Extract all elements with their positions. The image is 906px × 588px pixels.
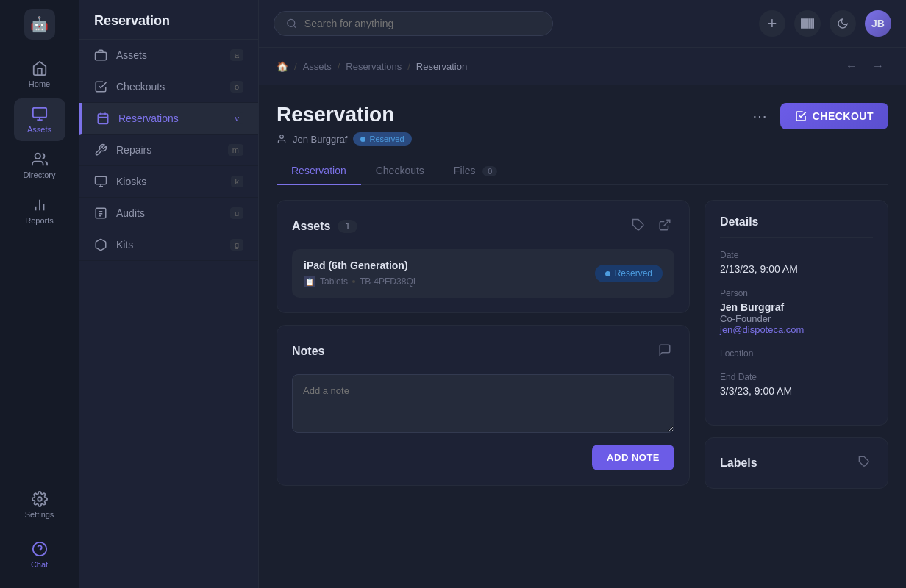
topbar-actions: + JB [759,10,891,37]
checkout-button-label: CHECKOUT [813,110,874,122]
svg-line-23 [293,26,296,28]
expand-icon [658,218,671,232]
checkout-button[interactable]: CHECKOUT [780,103,888,129]
checkout-icon [795,110,807,122]
breadcrumb-reservations[interactable]: Reservations [346,61,402,72]
sidebar-item-settings-label: Settings [25,510,54,519]
detail-location-row: Location [720,348,873,359]
breadcrumb-assets[interactable]: Assets [303,61,332,72]
breadcrumb: 🏠 / Assets / Reservations / Reservation … [259,48,906,85]
asset-item-details: iPad (6th Generation) 📋 Tablets TB-4PFD3… [304,259,415,287]
user-icon [277,134,287,144]
add-note-button[interactable]: ADD NOTE [592,445,674,470]
tag-icon [632,218,645,232]
add-note-icon [658,343,671,356]
sidebar-item-directory-label: Directory [23,171,55,179]
assets-card-title-group: Assets 1 [292,220,357,233]
search-icon [286,18,297,29]
sidebar-item-assets[interactable]: Assets [14,98,65,141]
asset-status-label: Reserved [615,268,652,279]
tab-files[interactable]: Files 0 [439,157,513,185]
detail-person-role: Co-Founder [720,313,873,324]
svg-rect-0 [32,108,46,118]
app-logo: 🤖 [24,9,55,40]
sidebar-menu-kiosks[interactable]: Kiosks k [79,166,258,198]
sidebar-item-settings[interactable]: Settings [14,484,65,526]
sidebar-menu-checkouts[interactable]: Checkouts o [79,71,258,103]
main-content: + JB 🏠 / Assets / Reservations / Reserva… [259,0,906,588]
sidebar-item-home[interactable]: Home [14,53,65,96]
sidebar-item-reports[interactable]: Reports [14,190,65,232]
sidebar-menu-repairs-label: Repairs [116,144,151,156]
svg-line-33 [664,220,670,226]
page-tabs: Reservation Checkouts Files 0 [277,157,888,185]
page-header: Reservation Jen Burggraf Reserved ⋯ [277,103,888,146]
assets-tag-button[interactable] [629,215,648,237]
nav-back-button[interactable]: ← [841,58,862,74]
notes-card-title: Notes [292,345,324,358]
assets-card-header: Assets 1 [292,215,674,237]
sidebar-menu-audits-key: u [230,207,243,219]
sidebar-item-chat-label: Chat [31,560,48,569]
sidebar-menu-audits[interactable]: Audits u [79,198,258,229]
svg-rect-29 [811,19,812,28]
sidebar-menu-kits-label: Kits [116,239,133,251]
sidebar-menu-checkouts-label: Checkouts [116,81,165,93]
assets-card: Assets 1 [277,200,690,313]
labels-tag-button[interactable] [855,453,873,473]
detail-end-date-label: End Date [720,372,873,382]
nav-forward-button[interactable]: → [868,58,888,74]
sidebar-item-chat[interactable]: Chat [14,534,65,576]
svg-rect-15 [96,176,107,184]
detail-end-date-row: End Date 3/3/23, 9:00 AM [720,372,873,397]
svg-rect-25 [804,19,805,28]
assets-card-title: Assets [292,220,330,233]
theme-toggle[interactable] [830,10,856,37]
more-options-button[interactable]: ⋯ [746,104,773,128]
sidebar-menu-repairs[interactable]: Repairs m [79,135,258,166]
status-label: Reserved [369,135,404,143]
asset-tag: TB-4PFD38QI [360,276,415,287]
add-button[interactable]: + [759,10,785,37]
icon-sidebar: 🤖 Home Assets Directory Reports Settings [0,0,79,588]
sidebar-menu-audits-label: Audits [116,207,145,219]
barcode-button[interactable] [794,10,821,37]
svg-rect-11 [98,114,108,124]
breadcrumb-home[interactable]: 🏠 [277,61,288,72]
sidebar-menu-kits-key: g [230,239,243,251]
detail-person-email[interactable]: jen@dispoteca.com [720,324,873,335]
notes-add-icon-button[interactable] [655,340,674,362]
assets-expand-button[interactable] [655,215,674,237]
user-avatar[interactable]: JB [865,10,891,37]
sidebar-item-directory[interactable]: Directory [14,144,65,187]
search-bar[interactable] [274,11,553,36]
sidebar-item-home-label: Home [29,79,50,88]
sidebar-item-assets-label: Assets [27,125,51,134]
user-name: Jen Burggraf [293,134,347,145]
sidebar-menu-assets[interactable]: Assets a [79,40,258,71]
detail-date-label: Date [720,250,873,260]
sidebar-menu-reservations[interactable]: Reservations v [79,103,258,135]
asset-category-icon: 📋 [304,276,315,287]
sidebar-menu-kits[interactable]: Kits g [79,229,258,261]
asset-list-item[interactable]: iPad (6th Generation) 📋 Tablets TB-4PFD3… [292,249,674,298]
secondary-sidebar-title: Reservation [79,0,258,40]
svg-rect-10 [96,52,107,60]
two-col-layout: Assets 1 [277,200,888,570]
detail-person-row: Person Jen Burggraf Co-Founder jen@dispo… [720,288,873,335]
tab-reservation[interactable]: Reservation [277,157,361,185]
sidebar-menu-checkouts-key: o [230,81,243,93]
separator-dot [352,280,355,283]
assets-card-actions [629,215,674,237]
detail-person-name: Jen Burggraf [720,301,873,313]
labels-tag-icon [858,456,870,467]
search-input[interactable] [304,18,541,29]
tab-checkouts[interactable]: Checkouts [361,157,439,185]
notes-textarea[interactable] [292,374,674,433]
notes-footer: ADD NOTE [292,436,674,470]
details-title: Details [720,215,873,238]
user-badge: Jen Burggraf Reserved [277,132,412,146]
topbar: + JB [259,0,906,48]
status-dot [360,137,365,142]
notes-card-header: Notes [292,340,674,362]
